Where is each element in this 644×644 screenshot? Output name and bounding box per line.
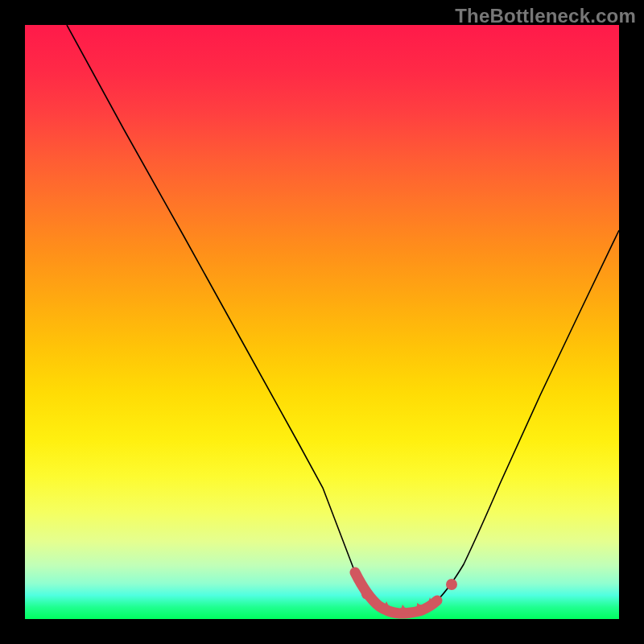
highlight-end-dot	[446, 579, 457, 590]
watermark-text: TheBottleneck.com	[455, 5, 636, 27]
chart-svg	[25, 25, 619, 619]
chart-container: TheBottleneck.com	[0, 0, 644, 644]
bottleneck-curve	[67, 25, 619, 613]
